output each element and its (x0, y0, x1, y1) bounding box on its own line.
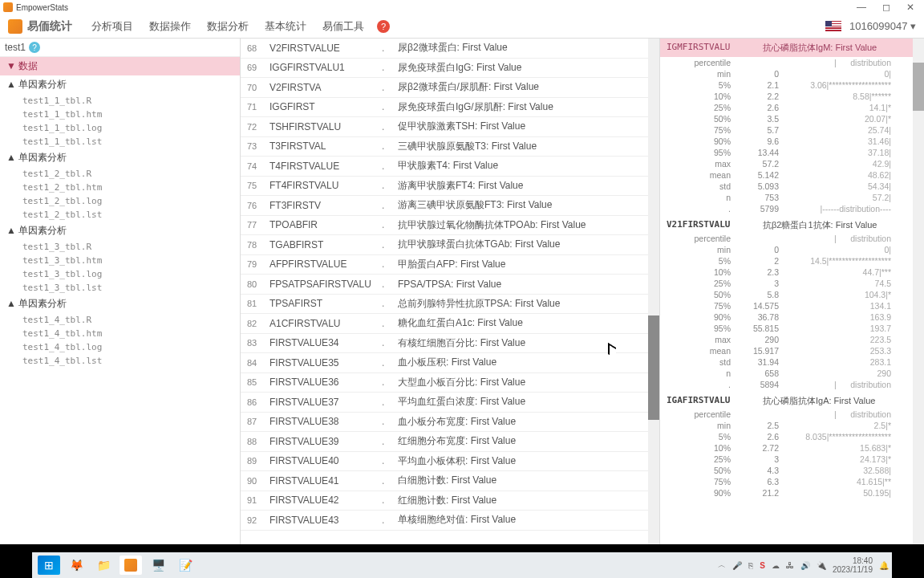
tray-chevron-icon[interactable]: ︿ (718, 560, 726, 571)
menu-project[interactable]: 分析项目 (91, 19, 133, 34)
variable-row[interactable]: 83FIRSTVALUE34.有核红细胞百分比: First Value (241, 334, 648, 354)
variable-code: FIRSTVALUE41 (270, 475, 382, 486)
variable-row[interactable]: 69IGGFIRSTVALU1.尿免疫球蛋白IgG: First Value (241, 59, 648, 79)
tray-sync-icon[interactable]: ⎘ (748, 561, 753, 570)
variable-row[interactable]: 76FT3FIRSTV.游离三碘甲状原氨酸FT3: First Value (241, 196, 648, 216)
variable-row[interactable]: 78TGABFIRST.抗甲状腺球蛋白抗体TGAb: First Value (241, 235, 648, 255)
sidebar-file[interactable]: test1_1_tbl.htm (0, 108, 240, 121)
sidebar-file[interactable]: test1_4_tbl.R (0, 313, 240, 327)
explorer-icon[interactable]: 📁 (92, 556, 115, 575)
sidebar-file[interactable]: test1_4_tbl.htm (0, 327, 240, 340)
account-id[interactable]: 1016099047 ▾ (849, 20, 916, 32)
stats-variable-header[interactable]: IGMFIRSTVALU抗心磷脂抗体IgM: First Value (660, 39, 913, 57)
variable-code: FT4FIRSTVALU (270, 180, 382, 191)
variable-desc: 抗甲状腺过氧化物酶抗体TPOAb: First Value (398, 218, 586, 232)
variable-row[interactable]: 79AFPFIRSTVALUE.甲胎蛋白AFP: First Value (241, 255, 648, 275)
variable-row[interactable]: 71IGGFIRST.尿免疫球蛋白IgG/尿肌酐: First Value (241, 98, 648, 118)
notepad-icon[interactable]: 📝 (174, 556, 197, 575)
tray-clock[interactable]: 18:402023/11/19 (833, 556, 873, 574)
sidebar-file[interactable]: test1_2_tbl.lst (0, 208, 240, 222)
right-scrollbar-track[interactable] (913, 39, 924, 544)
variable-desc: 总前列腺特异性抗原TPSA: First Value (398, 297, 560, 311)
stats-variable-header[interactable]: V21FIRSTVALU抗β2糖蛋白1抗体: First Value (660, 214, 913, 233)
sidebar-file[interactable]: test1_2_tbl.R (0, 167, 240, 181)
help-icon[interactable]: ? (377, 20, 390, 33)
tray-onedrive-icon[interactable]: ☁ (772, 561, 780, 570)
tray-battery-icon[interactable]: 🔌 (817, 561, 826, 570)
sidebar-file[interactable]: test1_4_tbl.log (0, 340, 240, 354)
variable-row[interactable]: 70V2FIRSTVA.尿β2微球蛋白/尿肌酐: First Value (241, 78, 648, 98)
sidebar-group[interactable]: ▲ 单因素分析 (0, 295, 240, 313)
tray-sound-icon[interactable]: 🔊 (800, 561, 810, 570)
sidebar-file[interactable]: test1_2_tbl.htm (0, 181, 240, 194)
tray-sogou-icon[interactable]: S (760, 561, 765, 570)
minimize-button[interactable]: — (857, 2, 866, 13)
row-dot: . (382, 279, 398, 290)
variable-row[interactable]: 75FT4FIRSTVALU.游离甲状腺素FT4: First Value (241, 177, 648, 197)
row-dot: . (382, 43, 398, 54)
row-dot: . (382, 495, 398, 506)
tray-mic-icon[interactable]: 🎤 (732, 561, 742, 570)
sidebar-group[interactable]: ▲ 单因素分析 (0, 75, 240, 94)
row-dot: . (382, 101, 398, 112)
variable-row[interactable]: 84FIRSTVALUE35.血小板压积: First Value (241, 353, 648, 373)
empowerstats-taskbar-icon[interactable] (120, 556, 142, 575)
app-icon-4[interactable]: 🖥️ (147, 556, 169, 575)
center-scrollbar-thumb[interactable] (648, 315, 659, 420)
variable-row[interactable]: 86FIRSTVALUE37.平均血红蛋白浓度: First Value (241, 393, 648, 413)
variable-row[interactable]: 72TSHFIRSTVALU.促甲状腺激素TSH: First Value (241, 117, 648, 137)
row-index: 85 (247, 377, 270, 387)
variable-row[interactable]: 91FIRSTVALUE42.红细胞计数: First Value (241, 491, 648, 511)
firefox-icon[interactable]: 🦊 (65, 556, 87, 575)
sidebar-file[interactable]: test1_1_tbl.lst (0, 135, 240, 149)
variable-row[interactable]: 73T3FIRSTVAL.三碘甲状腺原氨酸T3: First Value (241, 137, 648, 157)
sidebar-file[interactable]: test1_1_tbl.R (0, 94, 240, 108)
variable-row[interactable]: 89FIRSTVALUE40.平均血小板体积: First Value (241, 452, 648, 472)
sidebar-file[interactable]: test1_3_tbl.log (0, 267, 240, 281)
stats-var-code: IGMFIRSTVALU (667, 42, 763, 54)
maximize-button[interactable]: ◻ (882, 2, 890, 13)
close-button[interactable]: ✕ (906, 2, 914, 13)
sidebar-file[interactable]: test1_2_tbl.log (0, 194, 240, 208)
sidebar-file[interactable]: test1_1_tbl.log (0, 121, 240, 135)
session-help-icon[interactable]: ? (29, 42, 40, 53)
variable-row[interactable]: 77TPOABFIR.抗甲状腺过氧化物酶抗体TPOAb: First Value (241, 216, 648, 236)
menu-data-analysis[interactable]: 数据分析 (207, 19, 249, 34)
variable-row[interactable]: 85FIRSTVALUE36.大型血小板百分比: First Value (241, 373, 648, 393)
menu-basic-stats[interactable]: 基本统计 (265, 19, 306, 34)
variable-row[interactable]: 74T4FIRSTVALUE.甲状腺素T4: First Value (241, 157, 648, 177)
sidebar-session-header[interactable]: test1 ? (0, 39, 240, 57)
menu-data-ops[interactable]: 数据操作 (149, 19, 191, 34)
menu-tools[interactable]: 易侕工具 (322, 19, 364, 34)
variable-row[interactable]: 90FIRSTVALUE41.白细胞计数: First Value (241, 471, 648, 491)
row-index: 72 (247, 122, 270, 132)
variable-row[interactable]: 82A1CFIRSTVALU.糖化血红蛋白A1c: First Value (241, 314, 648, 334)
sidebar-data-node[interactable]: ▼ 数据 (0, 57, 240, 75)
sidebar-file[interactable]: test1_3_tbl.htm (0, 254, 240, 267)
sidebar-group[interactable]: ▲ 单因素分析 (0, 149, 240, 167)
center-scrollbar-track[interactable] (648, 39, 659, 544)
sidebar-file[interactable]: test1_3_tbl.lst (0, 281, 240, 295)
right-scrollbar-thumb[interactable] (913, 63, 924, 111)
variable-row[interactable]: 92FIRSTVALUE43.单核细胞绝对值: First Value (241, 511, 648, 531)
variable-row[interactable]: 81TPSAFIRST.总前列腺特异性抗原TPSA: First Value (241, 295, 648, 315)
variable-row[interactable]: 80FPSATPSAFIRSTVALU.FPSA/TPSA: First Val… (241, 275, 648, 295)
tray-notifications-icon[interactable]: 🔔 (879, 561, 889, 570)
row-dot: . (382, 397, 398, 408)
variable-code: T3FIRSTVAL (270, 140, 382, 152)
stats-line: .5799|------distribution---- (667, 203, 906, 214)
sidebar-file[interactable]: test1_3_tbl.R (0, 240, 240, 254)
sidebar-file[interactable]: test1_4_tbl.lst (0, 354, 240, 368)
variable-row[interactable]: 68V2FIRSTVALUE.尿β2微球蛋白: First Value (241, 39, 648, 59)
locale-flag-icon[interactable] (825, 21, 841, 32)
variable-row[interactable]: 88FIRSTVALUE39.红细胞分布宽度: First Value (241, 432, 648, 452)
variable-desc: 抗甲状腺球蛋白抗体TGAb: First Value (398, 238, 560, 251)
tray-network-icon[interactable]: 🖧 (786, 561, 794, 570)
start-button[interactable]: ⊞ (38, 556, 60, 575)
row-index: 74 (247, 161, 270, 171)
variable-code: IGGFIRSTVALU1 (270, 62, 382, 73)
variable-row[interactable]: 87FIRSTVALUE38.血小板分布宽度: First Value (241, 413, 648, 433)
stats-var-label: 抗β2糖蛋白1抗体: First Value (763, 219, 877, 231)
sidebar-group[interactable]: ▲ 单因素分析 (0, 222, 240, 240)
stats-variable-header[interactable]: IGAFIRSTVALU抗心磷脂抗体IgA: First Value (660, 390, 913, 409)
